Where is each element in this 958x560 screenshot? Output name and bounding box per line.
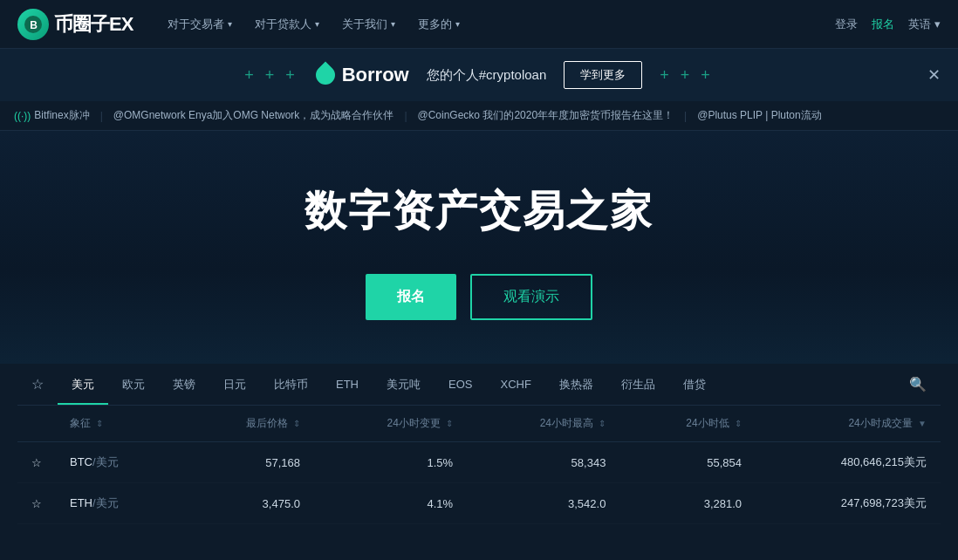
cell-volume-0: 480,646,215美元 — [756, 442, 941, 483]
close-icon[interactable]: ✕ — [927, 65, 941, 85]
tab-eos[interactable]: EOS — [435, 365, 486, 403]
banner-content: + + + Borrow 您的个人#cryptoloan 学到更多 + + + — [244, 61, 714, 89]
ticker-item-1: @OMGnetwork Enya加入OMG Network，成为战略合作伙伴 — [113, 108, 394, 123]
col-volume: 24小时成交量 ▼ — [756, 406, 941, 442]
nav-right: 登录 报名 英语 ▾ — [835, 17, 941, 32]
nav-item-lenders[interactable]: 对于贷款人 ▾ — [246, 10, 328, 39]
tab-gbp[interactable]: 英镑 — [159, 365, 209, 405]
nav-item-about[interactable]: 关于我们 ▾ — [333, 10, 404, 39]
ticker-source: ((·)) Bitfinex脉冲 — [14, 108, 90, 123]
navbar: B 币圈子EX 对于交易者 ▾ 对于贷款人 ▾ 关于我们 ▾ 更多的 ▾ 登录 … — [0, 0, 958, 49]
chevron-down-icon: ▾ — [228, 19, 232, 29]
ticker-divider-2: | — [404, 110, 407, 122]
banner-decorative-plus-left: + + + — [244, 66, 298, 85]
cell-symbol-1: ETH/美元 — [56, 483, 181, 524]
chevron-down-icon: ▾ — [315, 19, 319, 29]
banner-message: 您的个人#cryptoloan — [427, 67, 547, 84]
ticker-divider: | — [100, 110, 103, 122]
tab-lending[interactable]: 借贷 — [669, 365, 720, 405]
ticker-source-label: Bitfinex脉冲 — [34, 108, 89, 123]
tab-btc[interactable]: 比特币 — [260, 365, 322, 405]
pulse-icon: ((·)) — [14, 110, 31, 122]
banner: + + + Borrow 您的个人#cryptoloan 学到更多 + + + … — [0, 49, 958, 101]
cell-volume-1: 247,698,723美元 — [756, 483, 941, 524]
cell-high-1: 3,542.0 — [467, 483, 619, 524]
symbol-name: BTC — [70, 455, 92, 468]
market-tabs: ☆ 美元 欧元 英镑 日元 比特币 ETH 美元吨 EOS XCHF 换热器 衍… — [17, 364, 941, 406]
col-price: 最后价格 ⇕ — [181, 406, 314, 442]
hero-section: 数字资产交易之家 报名 观看演示 — [0, 131, 958, 364]
symbol-name: ETH — [70, 496, 92, 509]
ticker-item-3: @Plutus PLIP | Pluton流动 — [697, 108, 821, 123]
tab-exchanger[interactable]: 换热器 — [545, 365, 607, 405]
language-selector[interactable]: 英语 ▾ — [908, 17, 941, 32]
logo-icon: B — [17, 9, 49, 40]
cell-price-1: 3,475.0 — [181, 483, 314, 524]
register-button[interactable]: 报名 — [872, 17, 894, 32]
sort-icon-high[interactable]: ⇕ — [599, 419, 606, 428]
cell-symbol-0: BTC/美元 — [56, 442, 181, 483]
sort-icon-low[interactable]: ⇕ — [735, 419, 742, 428]
nav-links: 对于交易者 ▾ 对于贷款人 ▾ 关于我们 ▾ 更多的 ▾ — [159, 10, 835, 39]
ticker-item-2: @CoinGecko 我们的2020年年度加密货币报告在这里！ — [418, 108, 674, 123]
favorite-star-1[interactable]: ☆ — [17, 483, 56, 524]
cell-high-0: 58,343 — [467, 442, 619, 483]
banner-brand-text: Borrow — [342, 64, 409, 86]
symbol-pair: /美元 — [92, 455, 119, 468]
market-section: ☆ 美元 欧元 英镑 日元 比特币 ETH 美元吨 EOS XCHF 换热器 衍… — [0, 364, 958, 542]
tab-favorites[interactable]: ☆ — [17, 364, 58, 405]
hero-register-button[interactable]: 报名 — [366, 274, 456, 320]
login-button[interactable]: 登录 — [835, 17, 858, 32]
banner-brand: Borrow — [316, 64, 409, 86]
cell-low-1: 3,281.0 — [619, 483, 756, 524]
hero-demo-button[interactable]: 观看演示 — [470, 274, 592, 320]
sort-icon-change[interactable]: ⇕ — [446, 419, 453, 428]
tab-usd[interactable]: 美元 — [58, 365, 108, 405]
ticker-bar: ((·)) Bitfinex脉冲 | @OMGnetwork Enya加入OMG… — [0, 101, 958, 131]
logo[interactable]: B 币圈子EX — [17, 9, 133, 40]
chevron-down-icon: ▾ — [391, 19, 395, 29]
sort-icon-price[interactable]: ⇕ — [293, 419, 300, 428]
search-icon[interactable]: 🔍 — [895, 364, 941, 405]
tab-usdton[interactable]: 美元吨 — [373, 365, 435, 405]
tab-jpy[interactable]: 日元 — [209, 365, 260, 405]
sort-icon-volume[interactable]: ▼ — [918, 419, 927, 428]
hero-buttons: 报名 观看演示 — [17, 274, 941, 320]
table-row: ☆ BTC/美元 57,168 1.5% 58,343 55,854 480,6… — [17, 442, 941, 483]
ticker-divider-3: | — [684, 110, 687, 122]
logo-text: 币圈子EX — [54, 11, 133, 38]
tab-eur[interactable]: 欧元 — [108, 365, 159, 405]
borrow-leaf-icon — [311, 61, 339, 88]
sort-icon-symbol[interactable]: ⇕ — [96, 419, 103, 428]
banner-decorative-plus-right: + + + — [660, 66, 714, 85]
cell-change-1: 4.1% — [314, 483, 467, 524]
cell-price-0: 57,168 — [181, 442, 314, 483]
banner-cta-button[interactable]: 学到更多 — [564, 61, 642, 89]
nav-item-traders[interactable]: 对于交易者 ▾ — [159, 10, 241, 39]
chevron-down-icon: ▾ — [934, 17, 941, 31]
col-low: 24小时低 ⇕ — [619, 406, 756, 442]
tab-derivatives[interactable]: 衍生品 — [607, 365, 669, 405]
table-row: ☆ ETH/美元 3,475.0 4.1% 3,542.0 3,281.0 24… — [17, 483, 941, 524]
col-change: 24小时变更 ⇕ — [314, 406, 467, 442]
hero-title: 数字资产交易之家 — [17, 183, 941, 239]
col-high: 24小时最高 ⇕ — [467, 406, 619, 442]
cell-change-0: 1.5% — [314, 442, 467, 483]
svg-text:B: B — [30, 19, 38, 31]
nav-item-more[interactable]: 更多的 ▾ — [409, 10, 469, 39]
favorite-star-0[interactable]: ☆ — [17, 442, 56, 483]
market-table: 象征 ⇕ 最后价格 ⇕ 24小时变更 ⇕ 24小时最高 ⇕ 24小时低 ⇕ — [17, 406, 941, 524]
tab-eth[interactable]: ETH — [322, 365, 373, 403]
col-symbol: 象征 ⇕ — [56, 406, 181, 442]
cell-low-0: 55,854 — [619, 442, 756, 483]
tab-xchf[interactable]: XCHF — [486, 365, 544, 403]
symbol-pair: /美元 — [92, 496, 119, 509]
chevron-down-icon: ▾ — [455, 19, 460, 29]
